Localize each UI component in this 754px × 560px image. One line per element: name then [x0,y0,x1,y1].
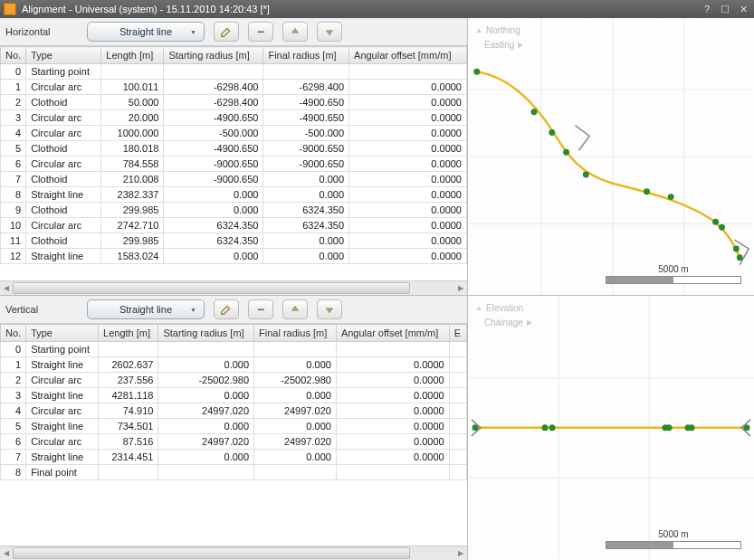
table-cell[interactable]: 9 [1,203,26,218]
maximize-button[interactable]: ☐ [718,3,732,15]
table-cell[interactable]: 4 [1,126,26,141]
table-cell[interactable]: 0.000 [263,249,349,264]
table-cell[interactable]: 0.000 [164,203,263,218]
table-cell[interactable]: -9000.650 [263,157,349,172]
table-cell[interactable] [349,64,467,80]
table-row[interactable]: 2Clothoid50.000-6298.400-4900.6500.0000 [1,95,467,110]
table-cell[interactable]: 2 [1,373,26,388]
column-header[interactable]: Final radius [m] [254,325,337,342]
table-cell[interactable]: 0.0000 [349,203,467,218]
table-cell[interactable]: 0.000 [254,357,337,373]
table-cell[interactable]: 4 [1,403,26,419]
table-cell[interactable]: -25002.980 [158,373,254,388]
table-cell[interactable]: 0.0000 [336,450,449,465]
table-cell[interactable]: Straight line [26,357,99,373]
table-row[interactable]: 2Circular arc237.556-25002.980-25002.980… [1,373,467,388]
table-cell[interactable]: 0.0000 [349,218,467,233]
table-cell[interactable]: Straight line [26,388,99,403]
move-up-button[interactable] [282,299,308,319]
table-cell[interactable]: -4900.650 [164,141,263,157]
table-row[interactable]: 8Final point [1,465,467,480]
table-cell[interactable]: 0.000 [164,249,263,264]
move-down-button[interactable] [317,22,342,42]
table-row[interactable]: 1Straight line2602.6370.0000.0000.0000 [1,357,467,373]
table-cell[interactable]: 24997.020 [158,403,254,419]
table-row[interactable]: 10Circular arc2742.7106324.3506324.3500.… [1,218,467,233]
table-cell[interactable]: 6324.350 [263,218,349,233]
table-cell[interactable]: 100.011 [101,80,164,95]
table-cell[interactable]: 2742.710 [101,218,164,233]
scroll-thumb[interactable] [13,282,410,294]
table-cell[interactable]: 0.0000 [349,126,467,141]
table-cell[interactable]: Straight line [26,249,101,264]
table-cell[interactable]: 6324.350 [164,233,263,249]
table-cell[interactable]: Clothoid [26,141,101,157]
table-cell[interactable]: 6324.350 [164,218,263,233]
table-cell[interactable]: Starting point [26,64,101,80]
table-cell[interactable]: 8 [1,187,26,203]
table-cell[interactable]: 0.000 [158,357,254,373]
vertical-table-wrap[interactable]: No.TypeLength [m]Starting radius [m]Fina… [0,324,467,546]
table-cell[interactable]: 24997.020 [254,403,337,419]
table-cell[interactable]: Clothoid [26,172,101,187]
table-cell[interactable]: 10 [1,218,26,233]
table-cell[interactable]: -9000.650 [164,172,263,187]
table-row[interactable]: 6Circular arc87.51624997.02024997.0200.0… [1,434,467,450]
table-cell[interactable]: -500.000 [263,126,349,141]
column-header[interactable]: Type [26,325,99,342]
table-cell[interactable]: -4900.650 [263,110,349,126]
table-row[interactable]: 11Clothoid299.9856324.3500.0000.0000 [1,233,467,249]
table-cell[interactable]: 6 [1,434,26,450]
table-row[interactable]: 0Starting point [1,64,467,80]
table-cell[interactable]: 1000.000 [101,126,164,141]
table-cell[interactable] [449,403,466,419]
table-cell[interactable]: 1 [1,80,26,95]
table-cell[interactable]: 0.000 [158,450,254,465]
table-cell[interactable]: 4281.118 [99,388,158,403]
table-cell[interactable]: Circular arc [26,126,101,141]
table-cell[interactable]: 180.018 [101,141,164,157]
table-cell[interactable]: Starting point [26,342,99,357]
table-row[interactable]: 7Straight line2314.4510.0000.0000.0000 [1,450,467,465]
table-cell[interactable] [449,465,466,480]
table-cell[interactable]: 784.558 [101,157,164,172]
table-cell[interactable]: 0.0000 [349,249,467,264]
table-cell[interactable]: 0.0000 [349,141,467,157]
table-cell[interactable]: Circular arc [26,157,101,172]
table-cell[interactable]: 0.0000 [336,403,449,419]
column-header[interactable]: Length [m] [101,47,164,64]
column-header[interactable]: Angular offset [mm/m] [349,47,467,64]
horizontal-scrollbar[interactable]: ◀ ▶ [0,280,467,295]
table-cell[interactable]: 87.516 [99,434,158,450]
table-cell[interactable] [449,357,466,373]
table-row[interactable]: 9Clothoid299.9850.0006324.3500.0000 [1,203,467,218]
table-cell[interactable]: 6 [1,157,26,172]
column-header[interactable]: Starting radius [m] [164,47,263,64]
table-cell[interactable]: -500.000 [164,126,263,141]
table-cell[interactable]: -9000.650 [164,157,263,172]
table-cell[interactable]: 299.985 [101,233,164,249]
table-row[interactable]: 8Straight line2382.3370.0000.0000.0000 [1,187,467,203]
plan-view-plot[interactable]: ▲Northing Easting▶ [468,18,754,296]
table-cell[interactable]: 0.0000 [349,172,467,187]
table-cell[interactable]: 0.0000 [349,110,467,126]
column-header[interactable]: Type [26,47,101,64]
vertical-scrollbar[interactable]: ◀ ▶ [0,546,467,560]
column-header[interactable]: Starting radius [m] [158,325,254,342]
column-header[interactable]: Final radius [m] [263,47,349,64]
table-cell[interactable]: 0.0000 [349,233,467,249]
edit-button[interactable] [214,22,239,42]
table-cell[interactable]: 0.0000 [336,388,449,403]
table-cell[interactable]: -4900.650 [263,95,349,110]
table-cell[interactable] [158,342,254,357]
table-cell[interactable]: 0.000 [263,172,349,187]
table-cell[interactable]: 0.0000 [349,80,467,95]
table-row[interactable]: 7Clothoid210.008-9000.6500.0000.0000 [1,172,467,187]
table-cell[interactable] [254,465,337,480]
table-cell[interactable]: -9000.650 [263,141,349,157]
table-cell[interactable]: 8 [1,465,26,480]
table-cell[interactable]: Straight line [26,187,101,203]
table-cell[interactable]: 0.000 [164,187,263,203]
table-cell[interactable]: 1 [1,357,26,373]
table-cell[interactable]: 2602.637 [99,357,158,373]
